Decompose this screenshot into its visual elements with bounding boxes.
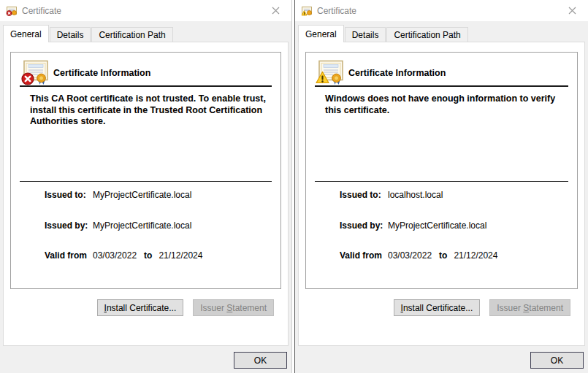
general-tab-page: Certificate Information This CA Root cer… bbox=[3, 42, 289, 346]
title-bar: Certificate bbox=[295, 0, 588, 21]
issuer-label-rest: tatement bbox=[529, 303, 563, 313]
install-label-rest: nstall Certificate... bbox=[403, 303, 473, 313]
trust-status-text: This CA Root certificate is not trusted.… bbox=[30, 93, 273, 128]
tab-strip: General Details Certification Path bbox=[0, 24, 291, 42]
close-icon bbox=[272, 7, 280, 15]
certificate-error-icon bbox=[6, 5, 18, 17]
valid-from-label: Valid from bbox=[45, 250, 93, 261]
close-button[interactable] bbox=[259, 0, 291, 21]
certificate-info-box: Certificate Information Windows does not… bbox=[305, 52, 578, 289]
certificate-info-heading: Certificate Information bbox=[348, 68, 446, 78]
certificate-warning-icon bbox=[301, 5, 313, 17]
issued-to-label: Issued to: bbox=[45, 190, 93, 200]
issuer-statement-button: Issuer Statement bbox=[193, 299, 274, 316]
issuer-statement-button: Issuer Statement bbox=[489, 299, 570, 316]
trust-status-text: Windows does not have enough information… bbox=[325, 93, 570, 116]
install-label-rest: nstall Certificate... bbox=[107, 303, 176, 313]
issued-by-label: Issued by: bbox=[340, 220, 388, 231]
certificate-dialog-unverified: Certificate General Details Certificatio… bbox=[294, 0, 588, 373]
certificate-info-header: Certificate Information bbox=[316, 60, 446, 85]
issued-to-label: Issued to: bbox=[340, 190, 388, 200]
window-title: Certificate bbox=[22, 6, 61, 16]
issued-by-row: Issued by: MyProjectCertificate.local bbox=[45, 220, 273, 231]
close-icon bbox=[568, 7, 576, 15]
valid-from-date: 03/03/2022 bbox=[388, 250, 432, 261]
dialog-footer: OK bbox=[0, 346, 291, 373]
details-separator bbox=[20, 181, 272, 182]
issued-to-row: Issued to: MyProjectCertificate.local bbox=[45, 190, 273, 200]
valid-from-label: Valid from bbox=[340, 250, 388, 261]
certificate-dialog-untrusted: Certificate General Details Certificatio… bbox=[0, 0, 292, 373]
certificate-info-box: Certificate Information This CA Root cer… bbox=[10, 52, 281, 289]
issued-to-value: MyProjectCertificate.local bbox=[93, 190, 191, 200]
valid-to-word: to bbox=[144, 250, 152, 261]
issued-to-row: Issued to: localhost.local bbox=[340, 190, 570, 200]
valid-from-date: 03/03/2022 bbox=[93, 250, 137, 261]
tab-strip: General Details Certification Path bbox=[295, 24, 588, 42]
title-bar: Certificate bbox=[0, 0, 291, 21]
issued-by-value: MyProjectCertificate.local bbox=[93, 220, 191, 231]
issued-by-value: MyProjectCertificate.local bbox=[388, 220, 486, 231]
issued-by-label: Issued by: bbox=[45, 220, 93, 231]
certificate-info-heading: Certificate Information bbox=[53, 68, 150, 78]
header-separator bbox=[315, 85, 568, 87]
tab-details[interactable]: Details bbox=[50, 27, 91, 42]
validity-row: Valid from 03/03/2022 to 21/12/2024 bbox=[45, 250, 273, 261]
tab-general[interactable]: General bbox=[298, 25, 344, 42]
header-separator bbox=[20, 85, 272, 87]
general-tab-page: Certificate Information Windows does not… bbox=[298, 42, 585, 346]
validity-row: Valid from 03/03/2022 to 21/12/2024 bbox=[340, 250, 570, 261]
certificate-info-header: Certificate Information bbox=[20, 60, 150, 85]
install-certificate-button[interactable]: Install Certificate... bbox=[97, 299, 184, 316]
valid-to-date: 21/12/2024 bbox=[159, 250, 202, 261]
close-button[interactable] bbox=[556, 0, 588, 21]
issued-by-row: Issued by: MyProjectCertificate.local bbox=[340, 220, 570, 231]
valid-to-word: to bbox=[439, 250, 447, 261]
certificate-error-large-icon bbox=[20, 60, 49, 85]
issuer-label-rest: tatement bbox=[232, 303, 267, 313]
valid-to-date: 21/12/2024 bbox=[454, 250, 497, 261]
ok-button[interactable]: OK bbox=[530, 352, 584, 369]
dialog-footer: OK bbox=[295, 346, 588, 373]
issuer-label-pre: Issuer bbox=[200, 303, 226, 313]
window-title: Certificate bbox=[317, 6, 356, 16]
tab-details[interactable]: Details bbox=[345, 27, 386, 42]
issuer-label-pre: Issuer bbox=[497, 303, 523, 313]
details-separator bbox=[315, 181, 568, 182]
tab-certification-path[interactable]: Certification Path bbox=[386, 27, 467, 42]
tab-general[interactable]: General bbox=[3, 25, 49, 42]
ok-button[interactable]: OK bbox=[234, 352, 287, 369]
issued-to-value: localhost.local bbox=[388, 190, 443, 200]
install-certificate-button[interactable]: Install Certificate... bbox=[394, 299, 481, 316]
certificate-warning-large-icon bbox=[316, 60, 344, 85]
tab-certification-path[interactable]: Certification Path bbox=[91, 27, 172, 42]
action-buttons: Install Certificate... Issuer Statement bbox=[97, 299, 274, 316]
action-buttons: Install Certificate... Issuer Statement bbox=[394, 299, 570, 316]
